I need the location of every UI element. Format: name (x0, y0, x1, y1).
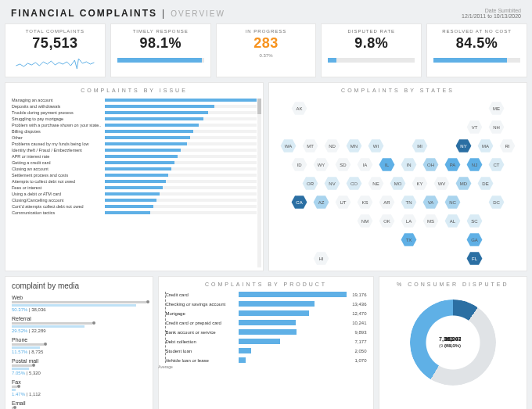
state-nj[interactable]: NJ (466, 157, 483, 172)
kpi-total-complaints[interactable]: TOTAL COMPLAINTS 75,513 (5, 23, 106, 77)
state-tn[interactable]: TN (401, 195, 418, 210)
state-al[interactable]: AL (444, 213, 462, 228)
state-wi[interactable]: WI (368, 138, 385, 153)
state-ks[interactable]: KS (357, 195, 374, 210)
state-nh[interactable]: NH (488, 120, 505, 135)
media-row[interactable]: Phone11.57% | 8,735 (12, 337, 146, 354)
kpi-disputed-rate[interactable]: DISPUTED RATE 9.8% (321, 23, 422, 77)
state-ri[interactable]: RI (499, 138, 516, 153)
state-nm[interactable]: NM (357, 213, 374, 228)
state-or[interactable]: OR (302, 176, 319, 191)
media-row[interactable]: Web50.37% | 38,036 (12, 295, 146, 312)
state-nc[interactable]: NC (444, 195, 462, 210)
media-row[interactable]: Postal mail7.05% | 5,320 (12, 358, 146, 375)
state-me[interactable]: ME (488, 101, 505, 116)
media-value: 1.47% | 1,112 (12, 392, 146, 396)
state-id[interactable]: ID (291, 157, 308, 172)
issue-label: APR or interest rate (12, 154, 102, 159)
state-vt[interactable]: VT (466, 120, 483, 135)
issue-row[interactable]: Other (12, 135, 257, 140)
product-value: 1,070 (355, 358, 367, 363)
state-ma[interactable]: MA (477, 138, 494, 153)
issue-row[interactable]: Closing/Cancelling account (12, 198, 257, 203)
media-row[interactable]: Fax1.47% | 1,112 (12, 379, 146, 396)
kpi-in-progress[interactable]: IN PROGRESS 283 0.37% (216, 23, 317, 77)
product-row[interactable]: Student loan2,050 (165, 348, 366, 353)
state-tx[interactable]: TX (401, 232, 418, 247)
state-mo[interactable]: MO (390, 176, 407, 191)
product-row[interactable]: Credit card or prepaid card10,241 (165, 320, 366, 325)
issue-row[interactable]: APR or interest rate (12, 154, 257, 159)
product-row[interactable]: Vehicle loan or lease1,070 (165, 357, 366, 363)
state-wv[interactable]: WV (433, 176, 451, 191)
state-mi[interactable]: MI (412, 138, 429, 153)
issue-row[interactable]: Getting a credit card (12, 160, 257, 165)
panel-consumer-disputed: % CONSUMER DISPUTED 7,363(9.8%)36,947(48… (379, 276, 527, 409)
state-ga[interactable]: GA (466, 232, 483, 247)
state-ok[interactable]: OK (379, 213, 396, 228)
product-row[interactable]: Bank account or service9,893 (165, 329, 366, 335)
media-row[interactable]: Email0.03% | 21 (12, 400, 146, 409)
issue-row[interactable]: Attempts to collect debt not owed (12, 179, 257, 184)
scrollbar[interactable] (257, 99, 261, 267)
state-ct[interactable]: CT (488, 157, 505, 172)
state-mt[interactable]: MT (302, 138, 319, 153)
state-wa[interactable]: WA (280, 138, 297, 153)
issue-row[interactable]: Deposits and withdrawals (12, 104, 257, 109)
state-co[interactable]: CO (346, 176, 363, 191)
state-ia[interactable]: IA (357, 157, 374, 172)
issue-row[interactable]: Problem with a purchase shown on your st… (12, 123, 257, 127)
product-row[interactable]: Credit card19,176 (165, 292, 366, 297)
state-sc[interactable]: SC (466, 213, 483, 228)
state-ca[interactable]: CA (291, 195, 308, 210)
scrollbar-thumb[interactable] (257, 99, 261, 114)
state-il[interactable]: IL (379, 157, 396, 172)
state-nv[interactable]: NV (324, 176, 341, 191)
product-row[interactable]: Debt collection7,177 (165, 339, 366, 344)
state-md[interactable]: MD (455, 176, 473, 191)
issue-row[interactable]: Trouble during payment process (12, 110, 257, 115)
date-range[interactable]: 12/1/2011 to 10/13/2020 (462, 13, 521, 19)
state-la[interactable]: LA (401, 213, 418, 228)
state-hi[interactable]: HI (313, 251, 330, 266)
issue-row[interactable]: Closing an account (12, 167, 257, 171)
state-oh[interactable]: OH (422, 157, 440, 172)
state-ut[interactable]: UT (335, 195, 352, 210)
issue-row[interactable]: Communication tactics (12, 210, 257, 215)
issue-row[interactable]: Settlement process and costs (12, 173, 257, 178)
state-wy[interactable]: WY (313, 157, 330, 172)
kpi-resolved-no-cost[interactable]: RESOLVED AT NO COST 84.5% (426, 23, 527, 77)
issue-row[interactable]: Identity theft / Fraud / Embezzlement (12, 148, 257, 152)
issue-row[interactable]: Problems caused by my funds being low (12, 142, 257, 146)
state-fl[interactable]: FL (466, 251, 483, 266)
issue-row[interactable]: Struggling to pay mortgage (12, 117, 257, 121)
kpi-timely-response[interactable]: TIMELY RESPONSE 98.1% (110, 23, 211, 77)
state-va[interactable]: VA (422, 195, 440, 210)
media-row[interactable]: Referral29.52% | 22,289 (12, 316, 146, 333)
state-sd[interactable]: SD (335, 157, 352, 172)
state-pa[interactable]: PA (444, 157, 462, 172)
state-az[interactable]: AZ (313, 195, 330, 210)
state-ar[interactable]: AR (379, 195, 396, 210)
product-value: 13,436 (352, 302, 366, 307)
donut-chart[interactable]: 7,363(9.8%)36,947(48.9%)31,203(41.3%) (386, 292, 520, 393)
state-in[interactable]: IN (401, 157, 418, 172)
product-row[interactable]: Mortgage12,470 (165, 310, 366, 316)
state-de[interactable]: DE (477, 176, 494, 191)
product-label: Bank account or service (165, 330, 235, 335)
product-row[interactable]: Checking or savings account13,436 (165, 301, 366, 307)
issue-row[interactable]: Managing an account (12, 98, 257, 102)
state-dc[interactable]: DC (488, 195, 505, 210)
issue-row[interactable]: Using a debit or ATM card (12, 192, 257, 196)
state-ny[interactable]: NY (455, 138, 473, 153)
issue-row[interactable]: Fees or interest (12, 185, 257, 190)
state-ms[interactable]: MS (422, 213, 440, 228)
state-ky[interactable]: KY (412, 176, 429, 191)
state-mn[interactable]: MN (346, 138, 363, 153)
issue-row[interactable]: Cont'd attempts collect debt not owed (12, 204, 257, 209)
issue-label: Identity theft / Fraud / Embezzlement (12, 148, 102, 152)
state-ne[interactable]: NE (368, 176, 385, 191)
state-ak[interactable]: AK (291, 101, 308, 116)
state-nd[interactable]: ND (324, 138, 341, 153)
issue-row[interactable]: Billing disputes (12, 129, 257, 134)
